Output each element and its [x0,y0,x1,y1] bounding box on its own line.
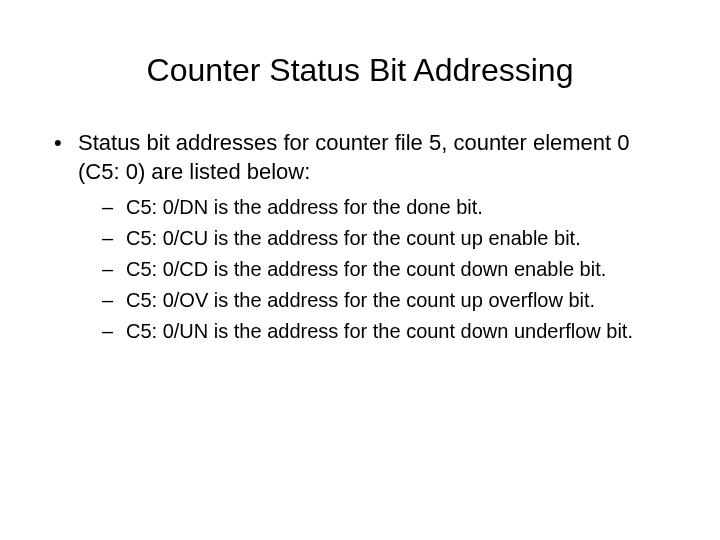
slide: Counter Status Bit Addressing Status bit… [0,0,720,540]
sub-bullet-list: C5: 0/DN is the address for the done bit… [102,194,670,345]
list-item: C5: 0/OV is the address for the count up… [102,287,670,314]
bullet-list: Status bit addresses for counter file 5,… [50,129,670,345]
list-item: C5: 0/CD is the address for the count do… [102,256,670,283]
intro-text: Status bit addresses for counter file 5,… [78,130,630,184]
list-item: C5: 0/CU is the address for the count up… [102,225,670,252]
intro-bullet: Status bit addresses for counter file 5,… [50,129,670,345]
list-item: C5: 0/DN is the address for the done bit… [102,194,670,221]
list-item: C5: 0/UN is the address for the count do… [102,318,670,345]
slide-title: Counter Status Bit Addressing [50,52,670,89]
